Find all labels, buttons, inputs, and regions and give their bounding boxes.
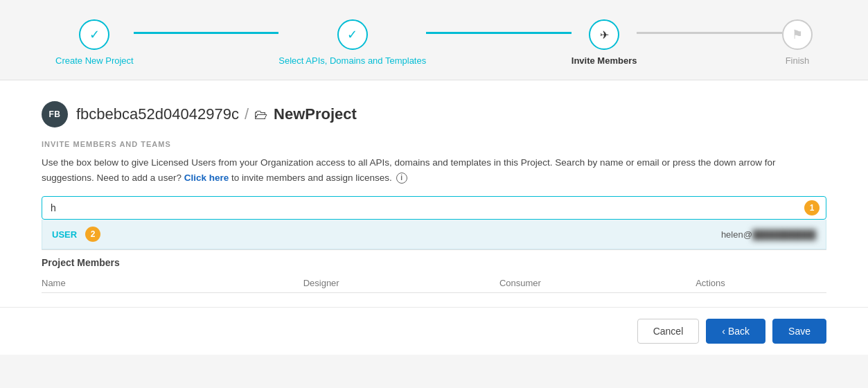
connector-2 — [426, 32, 572, 34]
step-create-project[interactable]: ✓ Create New Project — [55, 19, 134, 66]
col-designer: Designer — [303, 278, 499, 288]
members-section: Project Members Name Designer Consumer A… — [42, 249, 826, 293]
separator: / — [245, 105, 249, 123]
search-input-wrapper: 1 — [42, 196, 826, 220]
result-email: helen@██████████ — [721, 229, 816, 240]
folder-icon: 🗁 — [254, 107, 268, 123]
col-actions: Actions — [696, 278, 826, 288]
avatar: FB — [42, 101, 68, 127]
project-owner: fbcbebca52d04042979c — [76, 105, 239, 123]
connector-3 — [637, 32, 782, 34]
members-title: Project Members — [42, 257, 826, 268]
step-circle-invite-members: ✈ — [589, 19, 619, 50]
connector-1 — [134, 32, 279, 34]
step-circle-create-project: ✓ — [79, 19, 109, 50]
wizard-header: ✓ Create New Project ✓ Select APIs, Doma… — [0, 0, 868, 80]
result-badge: 2 — [85, 227, 100, 242]
click-here-link[interactable]: Click here — [184, 173, 229, 183]
step-label-finish: Finish — [786, 55, 810, 66]
cancel-button[interactable]: Cancel — [637, 319, 700, 344]
info-icon: i — [396, 173, 407, 184]
search-row: 1 — [42, 196, 826, 220]
step-select-apis[interactable]: ✓ Select APIs, Domains and Templates — [278, 19, 426, 66]
email-visible: helen@ — [721, 229, 752, 240]
step-finish[interactable]: ⚑ Finish — [782, 19, 813, 66]
step-circle-finish: ⚑ — [782, 19, 813, 50]
chevron-left-icon: ‹ — [722, 326, 725, 337]
step-label-invite-members: Invite Members — [572, 55, 637, 66]
col-name: Name — [42, 278, 303, 288]
project-title: fbcbebca52d04042979c / 🗁 NewProject — [76, 105, 357, 123]
section-description: Use the box below to give Licensed Users… — [42, 155, 826, 185]
search-badge: 1 — [804, 200, 820, 215]
result-user-label: USER — [52, 229, 77, 240]
wizard-steps: ✓ Create New Project ✓ Select APIs, Doma… — [55, 19, 813, 66]
email-blurred: ██████████ — [752, 229, 816, 240]
project-name: NewProject — [274, 105, 357, 123]
col-consumer: Consumer — [499, 278, 696, 288]
step-label-create-project: Create New Project — [55, 55, 134, 66]
footer: Cancel ‹Back Save — [0, 307, 868, 355]
link-suffix-text: to invite members and assign licenses. — [231, 173, 392, 183]
search-input[interactable] — [42, 196, 826, 220]
description-text: Use the box below to give Licensed Users… — [42, 157, 776, 183]
main-content: FB fbcbebca52d04042979c / 🗁 NewProject I… — [0, 80, 868, 307]
dropdown-result[interactable]: USER 2 helen@██████████ — [42, 220, 826, 249]
section-title: INVITE MEMBERS AND TEAMS — [42, 140, 826, 148]
step-invite-members[interactable]: ✈ Invite Members — [572, 19, 637, 66]
project-header: FB fbcbebca52d04042979c / 🗁 NewProject — [42, 101, 826, 127]
step-label-select-apis: Select APIs, Domains and Templates — [278, 55, 426, 66]
save-button[interactable]: Save — [772, 319, 826, 344]
step-circle-select-apis: ✓ — [337, 19, 368, 50]
members-table-header: Name Designer Consumer Actions — [42, 274, 826, 293]
back-button[interactable]: ‹Back — [706, 319, 765, 344]
